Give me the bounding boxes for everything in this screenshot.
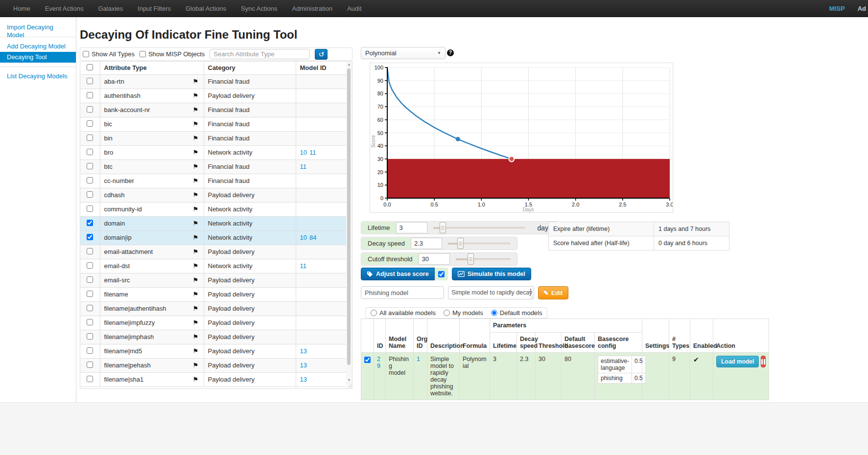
col-action[interactable]: Action	[713, 319, 769, 353]
col-basescore-config[interactable]: Basescore config	[595, 333, 642, 353]
row-checkbox[interactable]	[87, 92, 93, 98]
col-org-id[interactable]: Org ID	[414, 319, 427, 353]
flag-icon[interactable]: ⚑	[193, 205, 200, 213]
col-enabled[interactable]: Enabled	[690, 319, 713, 353]
model-id-link[interactable]: 10	[300, 149, 307, 156]
model-id-link[interactable]: 13	[300, 347, 307, 355]
show-misp-objects-option[interactable]: Show MISP Objects	[140, 50, 205, 58]
flag-icon[interactable]: ⚑	[193, 262, 200, 270]
col-model-id[interactable]: Model ID	[296, 62, 347, 74]
slider-handle[interactable]	[468, 253, 474, 265]
col-types[interactable]: # Types	[669, 319, 690, 353]
row-checkbox[interactable]	[87, 248, 93, 254]
col-category[interactable]: Category	[204, 62, 296, 74]
spinner-arrows-icon[interactable]: ▲▼	[529, 288, 532, 293]
nav-item-audit[interactable]: Audit	[340, 0, 369, 17]
flag-icon[interactable]: ⚑	[193, 220, 200, 227]
row-checkbox[interactable]	[87, 106, 93, 113]
show-all-types-checkbox[interactable]	[83, 51, 89, 57]
model-description-textarea[interactable]: Simple model to rapidly decay ▲▼	[448, 286, 534, 299]
radio-input[interactable]	[444, 310, 450, 316]
model-id-link[interactable]: 84	[309, 234, 316, 241]
row-checkbox[interactable]	[87, 177, 93, 183]
edit-model-button[interactable]: ✎ Edit	[538, 286, 568, 299]
show-misp-objects-checkbox[interactable]	[140, 51, 146, 57]
col-description[interactable]: Description	[427, 319, 460, 353]
row-checkbox[interactable]	[87, 78, 93, 84]
row-checkbox[interactable]	[87, 205, 93, 212]
nav-item-event-actions[interactable]: Event Actions	[38, 0, 91, 17]
refresh-button[interactable]: ↺	[315, 49, 328, 60]
row-checkbox[interactable]	[87, 220, 93, 226]
row-checkbox[interactable]	[87, 319, 93, 325]
row-checkbox[interactable]	[87, 149, 93, 155]
lifetime-input[interactable]	[396, 222, 427, 233]
simulate-model-button[interactable]: Simulate this model	[452, 268, 531, 280]
flag-icon[interactable]: ⚑	[193, 149, 200, 156]
row-checkbox[interactable]	[87, 376, 93, 382]
flag-icon[interactable]: ⚑	[193, 163, 200, 170]
flag-icon[interactable]: ⚑	[193, 305, 200, 312]
col-lifetime[interactable]: Lifetime	[490, 333, 517, 353]
row-checkbox[interactable]	[87, 262, 93, 269]
row-checkbox[interactable]	[87, 333, 93, 340]
flag-icon[interactable]: ⚑	[193, 92, 200, 99]
sidebar-item-list-decaying-models[interactable]: List Decaying Models	[0, 71, 76, 82]
row-checkbox[interactable]	[87, 163, 93, 169]
flag-icon[interactable]: ⚑	[193, 120, 200, 128]
row-checkbox[interactable]	[87, 362, 93, 368]
col-default-basescore[interactable]: Default basescore	[562, 333, 595, 353]
model-name-input[interactable]	[361, 286, 444, 299]
radio-input[interactable]	[491, 310, 497, 316]
org-id-link[interactable]: 1	[417, 356, 420, 363]
row-checkbox[interactable]	[87, 120, 93, 127]
sidebar-item-import-decaying-model[interactable]: Import Decaying Model	[0, 22, 76, 33]
adjust-base-score-button[interactable]: Adjust base score	[361, 268, 435, 280]
row-checkbox[interactable]	[87, 276, 93, 283]
model-row-checkbox[interactable]	[364, 357, 371, 363]
cutoff-point[interactable]	[509, 156, 514, 161]
help-icon[interactable]: ?	[447, 49, 454, 56]
col-formula[interactable]: Formula	[460, 319, 490, 353]
resize-grip[interactable]	[347, 383, 352, 387]
cutoff-threshold-input[interactable]	[419, 253, 450, 265]
row-checkbox[interactable]	[87, 135, 93, 141]
flag-icon[interactable]: ⚑	[193, 362, 200, 369]
nav-item-global-actions[interactable]: Global Actions	[178, 0, 234, 17]
sidebar-item-add-decaying-model[interactable]: Add Decaying Model	[0, 41, 76, 52]
adjust-base-score-checkbox[interactable]	[438, 271, 445, 277]
slider-track[interactable]	[456, 258, 511, 260]
col-id[interactable]: ID	[374, 319, 386, 353]
row-checkbox[interactable]	[87, 305, 93, 311]
select-all-checkbox[interactable]	[87, 64, 93, 70]
slider-handle[interactable]	[440, 222, 446, 233]
col-select[interactable]	[361, 319, 374, 353]
flag-icon[interactable]: ⚑	[193, 106, 200, 114]
cutoff-threshold-slider[interactable]	[456, 253, 511, 265]
formula-select[interactable]: Polynomial ▼	[361, 47, 446, 59]
flag-icon[interactable]: ⚑	[193, 376, 200, 383]
row-checkbox[interactable]	[87, 191, 93, 198]
col-threshold[interactable]: Threshold	[536, 333, 562, 353]
scrollbar-thumb[interactable]	[347, 68, 351, 365]
radio-my-models[interactable]: My models	[444, 309, 483, 317]
nav-item-home[interactable]: Home	[6, 0, 38, 17]
model-id-link[interactable]: 11	[300, 262, 307, 270]
row-checkbox[interactable]	[87, 234, 93, 240]
model-id-link[interactable]: 13	[300, 376, 307, 383]
flag-icon[interactable]: ⚑	[193, 234, 200, 241]
nav-item-input-filters[interactable]: Input Filters	[130, 0, 178, 17]
col-attribute-type[interactable]: Attribute Type	[100, 62, 204, 74]
radio-all-available-models[interactable]: All available models	[371, 309, 436, 317]
sidebar-item-decaying-tool[interactable]: Decaying Tool	[0, 52, 76, 63]
lifetime-slider[interactable]	[433, 222, 526, 233]
scroll-up-arrow-icon[interactable]: ▲	[346, 63, 352, 66]
decay-speed-input[interactable]	[411, 238, 442, 249]
model-id-link[interactable]: 29	[377, 356, 380, 369]
show-all-types-option[interactable]: Show All Types	[83, 50, 135, 58]
slider-track[interactable]	[433, 227, 526, 229]
model-id-link[interactable]: 11	[309, 149, 316, 156]
flag-icon[interactable]: ⚑	[193, 248, 200, 255]
table-scrollbar[interactable]: ▲ ▼	[346, 62, 352, 388]
flag-icon[interactable]: ⚑	[193, 191, 200, 199]
